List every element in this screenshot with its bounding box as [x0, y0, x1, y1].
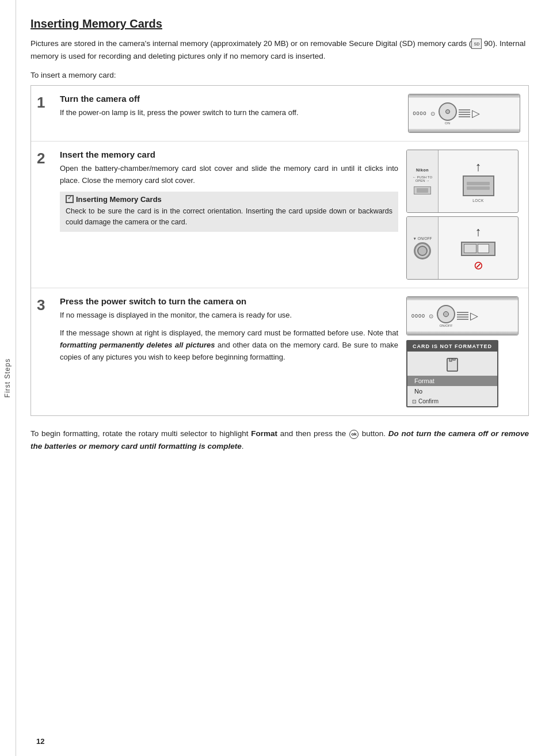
step-2-images: Nikon ← PUSH TO OPEN → ↑ — [406, 150, 521, 280]
camera-side-view-diagram: ▼ ON/OFF ↑ ⊘ — [406, 216, 518, 280]
cam1-on-label: ON — [445, 121, 450, 125]
cam-top-line — [409, 94, 520, 98]
step-3: 3 Press the power switch to turn the cam… — [31, 288, 528, 415]
step-2-content: Insert the memory card Open the battery-… — [60, 150, 398, 280]
step-1-desc: If the power-on lamp is lit, press the p… — [60, 107, 398, 119]
cam2-card-bar-1 — [467, 182, 490, 185]
step-3-lower-text: If the message shown at right is display… — [60, 327, 398, 363]
cam3-bottom-line — [407, 331, 518, 335]
svg-rect-2 — [453, 358, 455, 360]
cam1-bars — [459, 109, 470, 117]
bottom-paragraph: To begin formatting, rotate the rotary m… — [30, 427, 529, 453]
card-icon-svg — [445, 356, 459, 372]
step-1-content: Turn the camera off If the power-on lamp… — [60, 94, 398, 133]
note-check-icon — [66, 195, 74, 203]
note-box: Inserting Memory Cards Check to be sure … — [60, 192, 398, 232]
cam3-battery — [464, 244, 476, 253]
cam1-bar-1 — [459, 109, 470, 110]
cam3-display: 0000 — [411, 313, 425, 319]
step-3-content: Press the power switch to turn the camer… — [60, 296, 398, 407]
cam2-left: Nikon ← PUSH TO OPEN → — [407, 150, 439, 212]
format-option-no: No — [407, 386, 497, 396]
step-2-title: Insert the memory card — [60, 150, 398, 159]
cam1-display: 0000 — [413, 110, 427, 116]
camera-back-view-diagram: Nikon ← PUSH TO OPEN → ↑ — [406, 150, 518, 213]
cam1-power-dial — [439, 102, 457, 121]
main-content: Inserting Memory Cards Pictures are stor… — [16, 0, 549, 756]
step-3-title: Press the power switch to turn the camer… — [60, 296, 398, 306]
cam3-arrow-icon: ⊙ — [429, 313, 433, 319]
sidebar-label: First Steps — [4, 358, 12, 398]
cam1-oval-group: ON — [439, 102, 457, 125]
cam2-panel-inner — [417, 188, 428, 193]
cam3-dial-group: ON/OFF — [437, 305, 455, 327]
cam1-arrow: ⊙ — [430, 110, 435, 117]
ok-button-icon: ok — [349, 430, 359, 439]
cam3-onoff-label: ON/OFF — [440, 324, 453, 327]
sd-card-icon: SD — [471, 39, 482, 49]
step3-lower-1: If the message shown at right is display… — [60, 329, 398, 337]
cam1-bar-2 — [459, 112, 470, 113]
page-title: Inserting Memory Cards — [30, 17, 529, 30]
step-3-images: 0000 ⊙ ON/OFF — [406, 296, 521, 407]
intro-paragraph: Pictures are stored in the camera's inte… — [30, 37, 529, 62]
cam2-right: ↑ LOCK — [439, 157, 518, 206]
cam3-bars-group — [457, 312, 468, 320]
bottom-text-2: and then press the — [277, 429, 349, 438]
cam1-triangle: ▷ — [472, 107, 480, 120]
steps-box: 1 Turn the camera off If the power-on la… — [30, 85, 529, 416]
step-1-title: Turn the camera off — [60, 94, 398, 104]
step-1-image: 0000 ⊙ ON — [406, 94, 521, 133]
intro-text-1: Pictures are stored in the camera's inte… — [30, 39, 471, 48]
cam3-battery-card — [461, 242, 495, 256]
step-3-desc: If no message is displayed in the monito… — [60, 310, 398, 322]
note-box-title: Inserting Memory Cards — [66, 195, 392, 204]
cam3-bar-3 — [457, 316, 468, 318]
to-insert-text: To insert a memory card: — [30, 71, 529, 79]
camera-poweron-diagram: 0000 ⊙ ON/OFF — [406, 296, 518, 335]
page-container: First Steps Inserting Memory Cards Pictu… — [0, 0, 549, 756]
cam3-left: ▼ ON/OFF — [407, 217, 439, 279]
confirm-icon: ⊡ — [412, 399, 417, 404]
cam3-lens-inner — [417, 246, 428, 256]
cam2-push-text: ← PUSH TO OPEN → — [409, 175, 436, 182]
cam2-panel — [414, 186, 431, 194]
bottom-text-1: To begin formatting, rotate the rotary m… — [30, 429, 251, 438]
cam3-dial-center — [443, 311, 449, 317]
cam2-arrow-up: ↑ — [475, 161, 482, 173]
confirm-label: Confirm — [418, 398, 439, 404]
cam2-nikon-logo: Nikon — [416, 168, 429, 172]
cam1-dial-center — [445, 109, 450, 114]
step3-italic: formatting permanently deletes all pictu… — [60, 341, 215, 349]
cam3-card — [478, 244, 489, 253]
cam2-card-slot — [463, 175, 494, 196]
cam1-switch-area: ON ▷ — [439, 102, 480, 125]
step-1: 1 Turn the camera off If the power-on la… — [31, 86, 528, 142]
cam1-bar-3 — [459, 114, 470, 115]
step-2-desc: Open the battery-chamber/memory card slo… — [60, 163, 398, 187]
bottom-bold-format: Format — [251, 429, 277, 438]
step-2: 2 Insert the memory card Open the batter… — [31, 142, 528, 288]
cam3-tri: ▷ — [470, 310, 478, 322]
bottom-period: . — [242, 442, 244, 450]
svg-rect-1 — [449, 358, 452, 361]
format-option-format: Format — [407, 376, 497, 386]
cam3-bar-1 — [457, 312, 468, 313]
cam2-lock-label: LOCK — [472, 198, 484, 203]
bottom-text-3: button. — [359, 429, 388, 438]
sidebar: First Steps — [0, 0, 16, 756]
cam3-switch-group: ON/OFF ▷ — [437, 305, 478, 327]
cam2-card-bar-2 — [467, 186, 490, 190]
format-card-display: CARD IS NOT FORMATTED Format No ⊡ — [406, 340, 498, 407]
cam3-no-symbol: ⊘ — [474, 258, 483, 272]
format-card-icon — [407, 352, 497, 376]
cam3-bar-2 — [457, 314, 468, 315]
step-3-number: 3 — [37, 297, 54, 407]
page-number: 12 — [36, 737, 44, 746]
svg-rect-0 — [447, 358, 458, 371]
cam1-bar-4 — [459, 116, 470, 117]
cam3-right: ↑ ⊘ — [439, 221, 518, 276]
cam3-bar-4 — [457, 319, 468, 320]
step-2-number: 2 — [37, 151, 54, 280]
camera-top-view-diagram: 0000 ⊙ ON — [408, 94, 520, 133]
